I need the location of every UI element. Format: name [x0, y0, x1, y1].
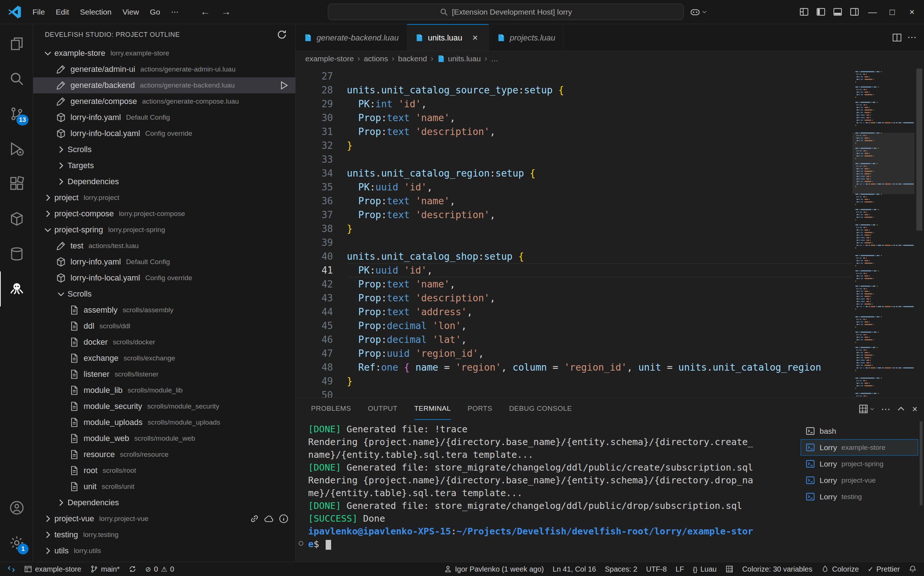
status-prettier[interactable]: ✓Prettier — [863, 562, 904, 576]
line-number[interactable]: 48 — [296, 360, 347, 374]
editor-scrollbar[interactable] — [914, 66, 924, 398]
tree-item-scrolls[interactable]: Scrolls — [33, 142, 295, 158]
status-indentation[interactable]: Spaces: 2 — [600, 562, 642, 576]
status-encoding[interactable]: UTF-8 — [642, 562, 671, 576]
status-project[interactable]: example-store — [20, 562, 86, 576]
status-branch[interactable]: main* — [86, 562, 124, 576]
line-number[interactable]: 44 — [296, 305, 347, 319]
line-number[interactable]: 49 — [296, 374, 347, 388]
info-icon[interactable] — [279, 514, 289, 524]
tree-item-generate-backend[interactable]: generate/backendactions/generate-backend… — [33, 77, 295, 93]
minimize-button[interactable]: — — [863, 0, 882, 24]
panel-tab-output[interactable]: OUTPUT — [368, 398, 398, 420]
line-number[interactable]: 46 — [296, 333, 347, 347]
code-line-29[interactable]: PK:int 'id', — [347, 97, 852, 111]
tree-item-targets[interactable]: Targets — [33, 158, 295, 174]
status-language[interactable]: {}Luau — [688, 562, 721, 576]
tree-item-example-store[interactable]: example-storelorry.example-store — [33, 45, 295, 61]
code-line-37[interactable]: Prop:text 'description', — [347, 208, 852, 222]
activity-run-and-debug[interactable] — [0, 131, 33, 166]
panel-tab-ports[interactable]: PORTS — [468, 398, 492, 420]
breadcrumb-item[interactable]: backend — [398, 54, 427, 63]
more-actions-icon[interactable]: ⋯ — [907, 32, 917, 43]
code-line-41[interactable]: PK:uuid 'id', — [347, 263, 852, 277]
line-number[interactable]: 34 — [296, 166, 347, 180]
code-line-27[interactable] — [347, 69, 852, 83]
tree-item-project-compose[interactable]: project-composelorry.project-compose — [33, 206, 295, 222]
minimap[interactable] — [852, 66, 914, 398]
tree-item-module-web[interactable]: module_webscrolls/module_web — [33, 430, 295, 446]
code-line-48[interactable]: Ref:one { name = 'region', column = 'reg… — [347, 360, 852, 374]
activity-explorer[interactable] — [0, 26, 33, 61]
breadcrumb-item[interactable]: actions — [364, 54, 388, 63]
tree-item-exchange[interactable]: exchangescrolls/exchange — [33, 350, 295, 366]
line-numbers-gutter[interactable]: 2728293031323334353637383940414243444546… — [296, 66, 347, 398]
terminal-views-button[interactable] — [858, 404, 875, 414]
code-line-46[interactable]: Prop:decimal 'lat', — [347, 333, 852, 347]
line-number[interactable]: 31 — [296, 125, 347, 139]
tree-item-lorry-info-local-yaml[interactable]: lorry-info-local.yamlConfig override — [33, 270, 295, 286]
panel-more-icon[interactable]: ⋯ — [881, 405, 890, 414]
panel-tab-problems[interactable]: PROBLEMS — [311, 398, 351, 420]
breadcrumb-file[interactable]: units.luau — [437, 54, 481, 63]
cloud-icon[interactable] — [264, 514, 274, 524]
status-notifications[interactable] — [904, 562, 921, 576]
status-extension-status[interactable] — [721, 562, 738, 576]
activity-extensions[interactable] — [0, 166, 33, 202]
status-sync[interactable] — [124, 562, 141, 576]
terminal-tab-example-store[interactable]: Lorryexample-store — [800, 439, 918, 456]
activity-accounts[interactable] — [0, 490, 33, 525]
line-number[interactable]: 36 — [296, 194, 347, 208]
tree-item-module-uploads[interactable]: module_uploadsscrolls/module_uploads — [33, 414, 295, 430]
customize-layout-button[interactable] — [796, 4, 812, 21]
code-line-33[interactable] — [347, 152, 852, 166]
code-line-40[interactable]: units.unit_catalog_shop:setup { — [347, 250, 852, 263]
panel-tab-debug-console[interactable]: DEBUG CONSOLE — [509, 398, 572, 420]
tree-item-ddl[interactable]: ddlscrolls/ddl — [33, 318, 295, 334]
code-line-47[interactable]: Prop:uuid 'region_id', — [347, 347, 852, 360]
code-line-50[interactable] — [347, 388, 852, 398]
activity-develfish-studio[interactable] — [0, 271, 33, 306]
back-icon[interactable]: ← — [201, 6, 210, 18]
tree-item-assembly[interactable]: assemblyscrolls/assembly — [33, 302, 295, 318]
code-line-32[interactable]: } — [347, 139, 852, 152]
copilot-menu[interactable] — [690, 6, 707, 18]
tree-item-utils[interactable]: utilslorry.utils — [33, 543, 295, 559]
code-line-49[interactable]: } — [347, 374, 852, 388]
tree-item-test[interactable]: testactions/test.luau — [33, 238, 295, 254]
tree-item-root[interactable]: rootscrolls/root — [33, 462, 295, 478]
panel-tab-terminal[interactable]: TERMINAL — [414, 398, 451, 420]
forward-icon[interactable]: → — [221, 6, 231, 18]
menu-edit[interactable]: Edit — [50, 5, 74, 19]
line-number[interactable]: 43 — [296, 291, 347, 305]
tree-item-docker[interactable]: dockerscrolls/docker — [33, 334, 295, 350]
menu-more[interactable]: ⋯ — [166, 5, 184, 19]
status-git-author[interactable]: Igor Pavlenko (1 week ago) — [440, 562, 548, 576]
menu-selection[interactable]: Selection — [74, 5, 117, 19]
status-remote[interactable] — [3, 562, 20, 576]
breadcrumb-item[interactable]: example-store — [305, 54, 354, 63]
terminal-output[interactable]: [DONE] Generated file: !traceRendering {… — [296, 420, 800, 562]
line-number[interactable]: 42 — [296, 277, 347, 291]
split-editor-icon[interactable] — [892, 32, 902, 43]
code-editor[interactable]: 2728293031323334353637383940414243444546… — [296, 66, 924, 398]
status-cursor-position[interactable]: Ln 41, Col 16 — [549, 562, 600, 576]
close-button[interactable]: × — [902, 0, 922, 24]
activity-package[interactable] — [0, 202, 33, 237]
code-line-31[interactable]: Prop:text 'description', — [347, 125, 852, 139]
refresh-icon[interactable] — [276, 29, 287, 40]
line-number[interactable]: 47 — [296, 347, 347, 360]
toggle-panel-button[interactable] — [829, 4, 846, 21]
activity-settings[interactable]: 1 — [0, 525, 33, 560]
close-icon[interactable]: × — [470, 32, 480, 43]
menu-go[interactable]: Go — [144, 5, 166, 19]
tree-item-lorry-info-yaml[interactable]: lorry-info.yamlDefault Config — [33, 109, 295, 125]
tree-item-unit[interactable]: unitscrolls/unit — [33, 478, 295, 494]
status-problems[interactable]: ⊘0⚠0 — [141, 562, 178, 576]
terminal-tab-project-vue[interactable]: Lorryproject-vue — [800, 472, 918, 488]
link-icon[interactable] — [249, 514, 260, 524]
breadcrumb-more[interactable]: … — [491, 54, 498, 63]
scrollbar-thumb[interactable] — [916, 69, 922, 230]
close-panel-icon[interactable]: × — [912, 405, 918, 414]
activity-source-control[interactable]: 13 — [0, 96, 33, 131]
